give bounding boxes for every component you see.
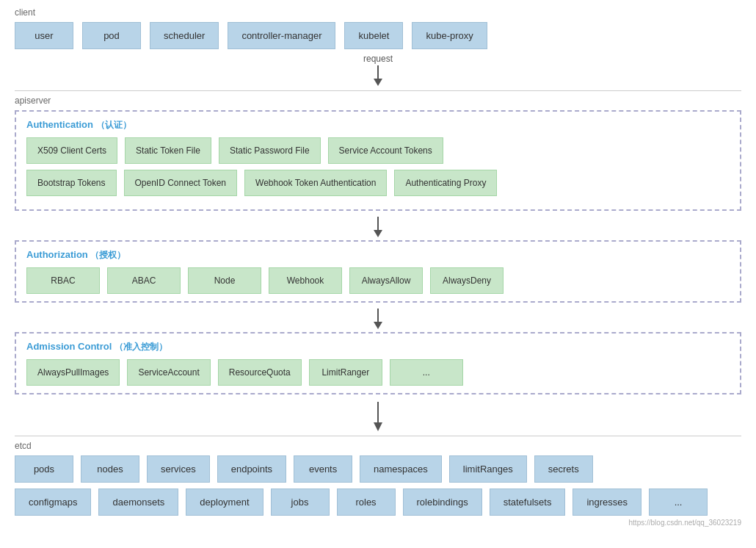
client-label: client: [15, 7, 741, 18]
divider-client-api: [15, 90, 741, 91]
svg-marker-1: [374, 79, 382, 86]
authorization-box: Authorization （授权） RBACABACNodeWebhookAl…: [15, 240, 741, 303]
admission-item: LimitRanger: [309, 359, 382, 386]
client-box: pod: [82, 22, 141, 49]
etcd-item: secrets: [534, 455, 593, 483]
etcd-item: limitRanges: [449, 455, 527, 483]
apiserver-section: apiserver Authentication （认证） X509 Clien…: [15, 95, 741, 394]
auth-item: Webhook Token Authentication: [244, 170, 387, 196]
auth-row1: X509 Client CertsStatic Token FileStatic…: [26, 137, 730, 164]
authz-item: AlwaysAllow: [349, 267, 423, 294]
etcd-item: rolebindings: [403, 488, 482, 516]
client-box: scheduler: [150, 22, 219, 49]
etcd-item: statefulsets: [490, 488, 566, 516]
arrow-down-icon4: [371, 402, 385, 431]
etcd-item: ...: [649, 488, 708, 516]
authz-item: ABAC: [107, 267, 181, 294]
arrow-down-icon: [371, 65, 385, 86]
auth-title: Authentication （认证）: [26, 119, 730, 131]
admission-box: Admission Control （准入控制） AlwaysPullImage…: [15, 332, 741, 394]
auth-item: Authenticating Proxy: [394, 170, 497, 196]
etcd-row2: configmapsdaemonsetsdeploymentjobsrolesr…: [15, 488, 741, 516]
watermark: https://blog.csdn.net/qq_36023219: [15, 519, 741, 527]
arrow-auth-authz: [15, 217, 741, 237]
admission-item: ...: [390, 359, 463, 386]
arrow-api-etcd: [15, 402, 741, 431]
etcd-item: services: [147, 455, 210, 483]
etcd-item: jobs: [271, 488, 330, 516]
admission-item: ResourceQuota: [218, 359, 302, 386]
client-box: user: [15, 22, 73, 49]
authz-title: Authorization （授权）: [26, 249, 730, 262]
admission-title: Admission Control （准入控制）: [26, 341, 730, 353]
etcd-item: pods: [15, 455, 73, 483]
request-arrow: request: [15, 54, 741, 86]
arrow-authz-admission: [15, 309, 741, 329]
diagram-container: client userpodschedulercontroller-manage…: [0, 0, 756, 534]
admission-items: AlwaysPullImagesServiceAccountResourceQu…: [26, 359, 730, 386]
admission-item: ServiceAccount: [127, 359, 210, 386]
authz-item: Node: [188, 267, 261, 294]
client-box: controller-manager: [228, 22, 335, 49]
etcd-item: ingresses: [573, 488, 641, 516]
etcd-item: endpoints: [217, 455, 286, 483]
etcd-section: etcd podsnodesservicesendpointseventsnam…: [15, 441, 741, 516]
auth-item: OpenID Connect Token: [124, 170, 238, 196]
admission-item: AlwaysPullImages: [26, 359, 120, 386]
etcd-row1: podsnodesservicesendpointseventsnamespac…: [15, 455, 741, 483]
authz-item: Webhook: [269, 267, 342, 294]
apiserver-label: apiserver: [15, 95, 741, 106]
client-box: kubelet: [344, 22, 403, 49]
etcd-item: roles: [337, 488, 396, 516]
auth-item: X509 Client Certs: [26, 137, 117, 164]
etcd-item: deployment: [186, 488, 263, 516]
auth-item: Static Password File: [219, 137, 321, 164]
etcd-item: nodes: [81, 455, 139, 483]
auth-item: Service Account Tokens: [328, 137, 443, 164]
client-section: client userpodschedulercontroller-manage…: [15, 7, 741, 49]
client-boxes: userpodschedulercontroller-managerkubele…: [15, 22, 741, 49]
authz-item: AlwaysDeny: [430, 267, 504, 294]
etcd-item: namespaces: [360, 455, 442, 483]
svg-marker-3: [374, 230, 382, 237]
arrow-down-icon2: [371, 217, 385, 237]
arrow-down-icon3: [371, 309, 385, 329]
etcd-item: events: [294, 455, 352, 483]
authentication-box: Authentication （认证） X509 Client CertsSta…: [15, 110, 741, 211]
etcd-item: configmaps: [15, 488, 91, 516]
request-label: request: [363, 54, 393, 64]
auth-item: Static Token File: [125, 137, 211, 164]
authz-item: RBAC: [26, 267, 100, 294]
etcd-item: daemonsets: [98, 488, 178, 516]
etcd-rows: podsnodesservicesendpointseventsnamespac…: [15, 455, 741, 516]
etcd-label: etcd: [15, 441, 741, 451]
svg-marker-7: [374, 422, 382, 431]
authz-items: RBACABACNodeWebhookAlwaysAllowAlwaysDeny: [26, 267, 730, 294]
auth-item: Bootstrap Tokens: [26, 170, 117, 196]
svg-marker-5: [374, 322, 382, 329]
client-box: kube-proxy: [412, 22, 487, 49]
divider-api-etcd: [15, 436, 741, 436]
auth-row2: Bootstrap TokensOpenID Connect TokenWebh…: [26, 170, 730, 196]
